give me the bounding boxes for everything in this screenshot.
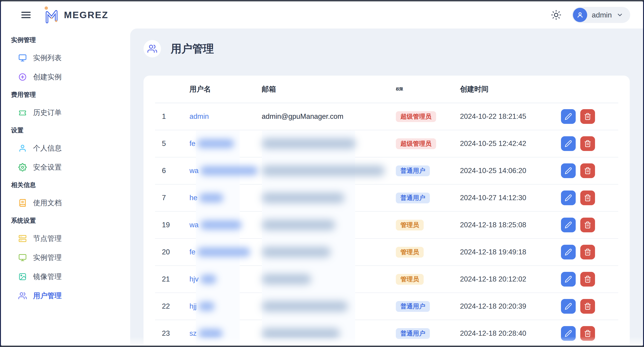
email-cell [262, 193, 396, 203]
username-link[interactable]: wa [190, 167, 199, 175]
user-menu[interactable]: admin [572, 7, 630, 23]
sidebar-item-label: 用户管理 [33, 291, 62, 301]
username-link[interactable]: fe [190, 139, 196, 148]
email-cell [262, 138, 396, 149]
created-time: 2024-10-25 14:06:20 [460, 167, 561, 175]
delete-button[interactable] [580, 191, 595, 205]
sidebar-item[interactable]: 实例列表 [1, 48, 130, 67]
table-header-row: 用户名 邮箱 权限 创建时间 [155, 76, 618, 103]
edit-button[interactable] [561, 245, 576, 260]
page-header: 用户管理 [144, 40, 630, 57]
sidebar-item[interactable]: 镜像管理 [1, 267, 130, 286]
sidebar-item[interactable]: 实例管理 [1, 248, 130, 267]
delete-button[interactable] [580, 109, 595, 124]
row-index: 1 [155, 112, 190, 121]
role-badge: 普通用户 [396, 193, 430, 203]
sidebar-item-label: 个人信息 [33, 143, 62, 153]
email-cell: admin@gpuManager.com [262, 112, 396, 121]
edit-button[interactable] [561, 191, 576, 205]
email-cell [262, 247, 396, 257]
avatar [573, 8, 587, 22]
role-cell: 管理员 [396, 220, 460, 231]
delete-button[interactable] [580, 326, 595, 341]
edit-button[interactable] [561, 136, 576, 151]
username-redacted-blur [198, 302, 214, 311]
role-badge: 超级管理员 [396, 138, 436, 149]
row-index: 20 [155, 248, 190, 256]
sidebar-section-title: 设置 [1, 122, 130, 139]
created-time: 2024-12-18 18:25:08 [460, 221, 561, 229]
username-link[interactable]: fe [190, 248, 196, 256]
sidebar-item[interactable]: 个人信息 [1, 139, 130, 158]
delete-button[interactable] [580, 272, 595, 287]
edit-button[interactable] [561, 109, 576, 124]
role-cell: 管理员 [396, 274, 460, 285]
delete-button[interactable] [580, 299, 595, 314]
edit-button[interactable] [561, 326, 576, 341]
megrez-logo-icon [42, 5, 60, 24]
sidebar-item-label: 镜像管理 [33, 272, 62, 282]
row-index: 5 [155, 139, 190, 148]
username-link[interactable]: admin [190, 112, 209, 121]
role-badge: 普通用户 [396, 165, 430, 176]
sidebar-item[interactable]: 安全设置 [1, 158, 130, 177]
username-link[interactable]: hjj [190, 302, 197, 311]
email-cell [262, 301, 396, 312]
edit-button[interactable] [561, 218, 576, 232]
sidebar-item[interactable]: 节点管理 [1, 229, 130, 248]
email-cell [262, 165, 396, 176]
delete-button[interactable] [580, 163, 595, 178]
server-icon [18, 234, 27, 243]
username-link[interactable]: hjv [190, 275, 199, 283]
username-redacted-blur [197, 139, 234, 148]
created-time: 2024-12-18 20:12:02 [460, 275, 561, 283]
email-cell [262, 328, 396, 339]
sidebar-item-label: 实例管理 [33, 253, 62, 262]
ticket-icon [18, 108, 27, 117]
row-index: 22 [155, 302, 190, 311]
delete-button[interactable] [580, 245, 595, 260]
theme-toggle-sun-icon[interactable] [551, 10, 562, 20]
col-header-username: 用户名 [190, 84, 262, 94]
app-window: MEGREZ admin [0, 0, 644, 347]
users-table-card: 用户名 邮箱 权限 创建时间 1adminadmin@gpuManager.co… [144, 76, 630, 347]
delete-button[interactable] [580, 136, 595, 151]
email-redacted-blur [262, 328, 340, 339]
edit-button[interactable] [561, 299, 576, 314]
email-redacted-blur [262, 193, 344, 203]
row-index: 19 [155, 221, 190, 229]
username-redacted-blur [198, 329, 223, 338]
monitor-icon [18, 54, 27, 62]
sidebar-item[interactable]: 创建实例 [1, 67, 130, 86]
edit-button[interactable] [561, 272, 576, 287]
chevron-down-icon [616, 11, 623, 18]
menu-icon[interactable] [20, 9, 32, 21]
sidebar-item[interactable]: 使用文档 [1, 193, 130, 212]
col-header-email: 邮箱 [262, 84, 396, 94]
username-link[interactable]: sz [190, 329, 197, 338]
brand-logo[interactable]: MEGREZ [42, 5, 108, 24]
person-icon [18, 144, 27, 152]
sidebar-item[interactable]: 历史订单 [1, 103, 130, 122]
username-redacted-blur [197, 248, 250, 257]
delete-button[interactable] [580, 218, 595, 232]
top-bar: MEGREZ admin [1, 1, 643, 28]
sidebar-item[interactable]: 用户管理 [1, 286, 130, 305]
role-cell: 普通用户 [396, 193, 460, 203]
username-link[interactable]: he [190, 194, 197, 202]
sidebar-item-label: 使用文档 [33, 198, 62, 208]
edit-button[interactable] [561, 163, 576, 178]
username-link[interactable]: wa [190, 221, 199, 229]
plus-circle-icon [18, 73, 27, 81]
role-cell: 超级管理员 [396, 138, 460, 149]
sidebar-item-label: 节点管理 [33, 234, 62, 243]
sidebar-item-label: 实例列表 [33, 53, 62, 63]
created-time: 2024-12-18 20:20:39 [460, 302, 561, 311]
main-panel: 用户管理 用户名 邮箱 权限 创建时间 1adminadmin@gpuManag… [130, 28, 643, 346]
email-redacted-blur [262, 165, 385, 176]
actions-cell [561, 245, 618, 260]
created-time: 2024-12-18 19:49:18 [460, 248, 561, 256]
created-time: 2024-12-18 20:28:40 [460, 329, 561, 338]
user-name: admin [592, 11, 612, 19]
email-redacted-blur [262, 220, 335, 230]
